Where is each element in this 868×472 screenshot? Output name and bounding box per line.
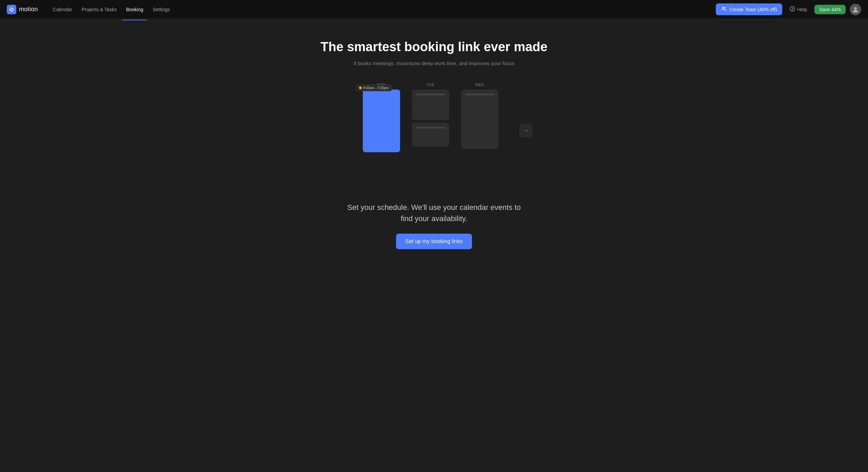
time-badge-text: 9:00am - 5:00pm bbox=[363, 86, 389, 90]
tue-card-top bbox=[412, 90, 449, 120]
svg-point-6 bbox=[854, 7, 857, 10]
cal-col-mon: MON 9:00am - 5:00pm bbox=[363, 83, 400, 152]
card-line-tue-bottom bbox=[416, 127, 445, 129]
badge-dot bbox=[359, 86, 362, 89]
create-team-button[interactable]: Create Team (40% off) bbox=[716, 3, 782, 15]
svg-point-1 bbox=[11, 8, 13, 11]
wed-label: WED bbox=[475, 83, 484, 87]
main-content: The smartest booking link ever made It b… bbox=[0, 19, 868, 276]
nav-link-calendar[interactable]: Calendar bbox=[49, 5, 76, 14]
next-arrow-button[interactable]: → bbox=[519, 124, 532, 137]
logo-icon bbox=[7, 5, 16, 14]
time-badge: 9:00am - 5:00pm bbox=[356, 85, 392, 91]
create-team-label: Create Team (40% off) bbox=[729, 7, 777, 12]
nav-link-settings[interactable]: Settings bbox=[149, 5, 174, 14]
people-icon bbox=[721, 6, 727, 13]
app-name: motion bbox=[19, 6, 38, 13]
card-line-wed bbox=[465, 94, 494, 95]
help-button[interactable]: ? Help bbox=[786, 4, 810, 15]
svg-text:?: ? bbox=[791, 7, 793, 11]
setup-booking-button[interactable]: Set up my booking links bbox=[396, 234, 472, 249]
calendar-illustration: MON 9:00am - 5:00pm TUE WED bbox=[346, 83, 522, 178]
card-line-tue-top bbox=[416, 94, 445, 95]
cal-col-tue: TUE bbox=[412, 83, 449, 146]
nav-link-projects-tasks[interactable]: Projects & Tasks bbox=[78, 5, 121, 14]
avatar[interactable] bbox=[850, 4, 861, 15]
bottom-text: Set your schedule. We'll use your calend… bbox=[346, 202, 522, 224]
navbar: motion Calendar Projects & Tasks Booking… bbox=[0, 0, 868, 19]
svg-point-3 bbox=[724, 7, 726, 8]
mon-card: 9:00am - 5:00pm bbox=[363, 90, 400, 152]
help-label: Help bbox=[797, 7, 807, 12]
nav-right: Create Team (40% off) ? Help Save 44% bbox=[716, 3, 861, 15]
help-icon: ? bbox=[790, 6, 795, 13]
tue-card-bottom bbox=[412, 123, 449, 146]
hero-subtitle: It books meetings, maximizes deep work t… bbox=[354, 60, 514, 66]
arrow-right-icon: → bbox=[523, 127, 529, 134]
cal-col-wed: WED bbox=[461, 83, 498, 149]
hero-title: The smartest booking link ever made bbox=[320, 39, 547, 55]
nav-links: Calendar Projects & Tasks Booking Settin… bbox=[49, 5, 716, 14]
wed-card bbox=[461, 90, 498, 149]
bottom-section: Set your schedule. We'll use your calend… bbox=[346, 202, 522, 249]
tue-label: TUE bbox=[427, 83, 435, 87]
svg-point-2 bbox=[723, 7, 724, 9]
save-button[interactable]: Save 44% bbox=[814, 5, 846, 14]
nav-link-booking[interactable]: Booking bbox=[122, 5, 147, 14]
nav-logo[interactable]: motion bbox=[7, 5, 38, 14]
